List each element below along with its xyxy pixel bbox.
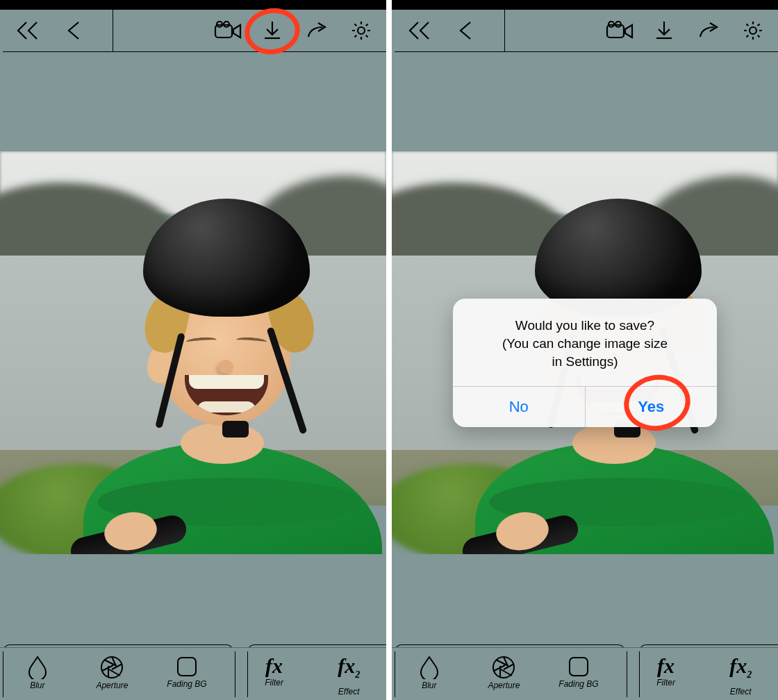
download-button[interactable] — [649, 15, 679, 46]
gear-icon — [742, 19, 764, 42]
tool-label: Filter — [656, 678, 675, 688]
top-toolbar — [392, 10, 778, 51]
rounded-square-icon — [176, 656, 198, 678]
droplet-icon — [420, 656, 439, 679]
aperture-icon — [100, 656, 124, 679]
gear-icon — [350, 19, 372, 42]
alert-line: Would you like to save? — [470, 317, 700, 335]
bottom-toolbar: Blur Aperture Fading BG fx Filter fx2 Ef… — [0, 647, 386, 700]
download-button[interactable] — [257, 15, 288, 46]
svg-rect-8 — [178, 658, 196, 676]
toolbar-divider — [504, 10, 505, 51]
svg-marker-10 — [625, 25, 632, 38]
tool-fading-bg[interactable]: Fading BG — [541, 651, 616, 700]
share-arrow-icon — [697, 22, 720, 40]
tool-label: Aperture — [96, 681, 128, 690]
tool-label: Aperture — [488, 681, 520, 690]
left-screenshot: Blur Aperture Fading BG fx Filter fx2 Ef… — [0, 0, 386, 700]
tool-label: Filter — [265, 678, 283, 688]
back-all-button[interactable] — [13, 15, 43, 46]
aperture-icon — [492, 656, 515, 679]
svg-point-6 — [358, 27, 365, 34]
svg-rect-17 — [570, 658, 588, 676]
chevron-double-left-icon — [16, 20, 40, 41]
fx-glyph: fx — [657, 656, 674, 676]
back-button[interactable] — [450, 15, 481, 46]
chevron-left-icon — [66, 20, 81, 41]
droplet-icon — [28, 656, 47, 679]
video-button[interactable] — [604, 15, 635, 46]
download-icon — [654, 20, 674, 41]
back-all-button[interactable] — [404, 15, 435, 46]
share-button[interactable] — [693, 15, 724, 46]
alert-yes-button[interactable]: Yes — [585, 387, 718, 427]
back-button[interactable] — [58, 15, 89, 46]
video-button[interactable] — [213, 15, 243, 46]
status-bar — [0, 0, 386, 10]
tool-effect[interactable]: fx2 Effect — [311, 651, 386, 700]
chevron-double-left-icon — [408, 20, 431, 41]
tool-blur[interactable]: Blur — [0, 651, 75, 700]
right-screenshot: Blur Aperture Fading BG fx Filter fx2 Ef… — [392, 0, 778, 700]
alert-no-button[interactable]: No — [453, 387, 585, 427]
tool-fading-bg[interactable]: Fading BG — [149, 651, 224, 700]
toolbar-divider — [504, 51, 778, 52]
chevron-left-icon — [458, 20, 473, 41]
image-canvas[interactable] — [0, 151, 386, 554]
alert-line: (You can change image size — [470, 335, 700, 353]
fx2-glyph: fx2 — [729, 656, 752, 685]
share-button[interactable] — [301, 15, 332, 46]
download-icon — [262, 20, 283, 41]
settings-button[interactable] — [346, 15, 376, 46]
tool-label: Blur — [422, 681, 436, 690]
tool-blur[interactable]: Blur — [392, 651, 467, 700]
video-camera-icon — [606, 21, 634, 40]
tool-aperture[interactable]: Aperture — [467, 651, 542, 700]
tool-label: Effect — [338, 687, 360, 697]
share-arrow-icon — [306, 22, 328, 40]
tool-aperture[interactable]: Aperture — [75, 651, 150, 700]
tool-label: Fading BG — [167, 679, 206, 689]
status-bar — [392, 0, 778, 10]
settings-button[interactable] — [738, 15, 768, 46]
tool-label: Blur — [30, 681, 44, 690]
fx2-glyph: fx2 — [338, 656, 360, 685]
top-toolbar — [0, 10, 386, 51]
toolbar-divider — [3, 51, 113, 52]
save-alert: Would you like to save? (You can change … — [453, 299, 717, 427]
alert-message: Would you like to save? (You can change … — [453, 299, 717, 386]
tool-label: Fading BG — [558, 679, 598, 689]
video-camera-icon — [214, 21, 242, 40]
toolbar-divider — [395, 51, 504, 52]
bottom-toolbar: Blur Aperture Fading BG fx Filter fx2 Ef… — [392, 647, 778, 700]
toolbar-divider — [113, 10, 113, 51]
tool-label: Effect — [730, 687, 752, 697]
svg-point-15 — [750, 27, 756, 34]
alert-line: in Settings) — [470, 353, 700, 371]
toolbar-divider — [113, 51, 386, 52]
svg-marker-1 — [233, 25, 240, 38]
rounded-square-icon — [568, 656, 590, 678]
tool-effect[interactable]: fx2 Effect — [703, 651, 778, 700]
fx-glyph: fx — [265, 656, 283, 676]
